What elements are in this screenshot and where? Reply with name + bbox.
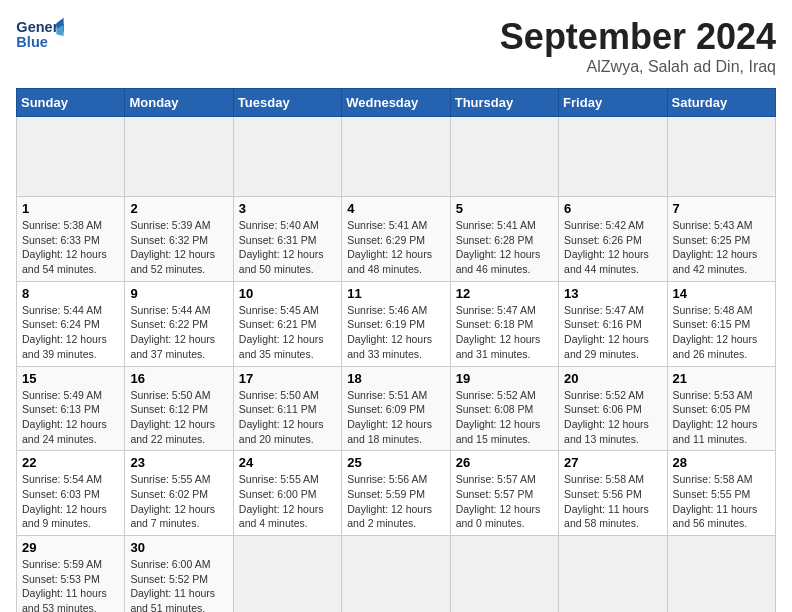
title-area: September 2024 AlZwya, Salah ad Din, Ira… — [500, 16, 776, 76]
calendar-cell: 19Sunrise: 5:52 AMSunset: 6:08 PMDayligh… — [450, 366, 558, 451]
calendar-cell — [125, 117, 233, 197]
day-info: Sunrise: 5:40 AMSunset: 6:31 PMDaylight:… — [239, 218, 336, 277]
calendar-cell: 23Sunrise: 5:55 AMSunset: 6:02 PMDayligh… — [125, 451, 233, 536]
day-number: 17 — [239, 371, 336, 386]
calendar-cell: 8Sunrise: 5:44 AMSunset: 6:24 PMDaylight… — [17, 281, 125, 366]
day-number: 10 — [239, 286, 336, 301]
col-wednesday: Wednesday — [342, 89, 450, 117]
col-thursday: Thursday — [450, 89, 558, 117]
day-info: Sunrise: 5:47 AMSunset: 6:18 PMDaylight:… — [456, 303, 553, 362]
day-number: 12 — [456, 286, 553, 301]
calendar-cell: 25Sunrise: 5:56 AMSunset: 5:59 PMDayligh… — [342, 451, 450, 536]
day-number: 5 — [456, 201, 553, 216]
day-info: Sunrise: 5:38 AMSunset: 6:33 PMDaylight:… — [22, 218, 119, 277]
day-info: Sunrise: 5:47 AMSunset: 6:16 PMDaylight:… — [564, 303, 661, 362]
page-header: General Blue September 2024 AlZwya, Sala… — [16, 16, 776, 76]
logo: General Blue — [16, 16, 68, 56]
calendar-cell: 22Sunrise: 5:54 AMSunset: 6:03 PMDayligh… — [17, 451, 125, 536]
col-monday: Monday — [125, 89, 233, 117]
day-info: Sunrise: 5:41 AMSunset: 6:29 PMDaylight:… — [347, 218, 444, 277]
day-number: 22 — [22, 455, 119, 470]
day-info: Sunrise: 5:44 AMSunset: 6:24 PMDaylight:… — [22, 303, 119, 362]
day-number: 2 — [130, 201, 227, 216]
day-info: Sunrise: 5:52 AMSunset: 6:06 PMDaylight:… — [564, 388, 661, 447]
day-number: 9 — [130, 286, 227, 301]
calendar-cell: 6Sunrise: 5:42 AMSunset: 6:26 PMDaylight… — [559, 197, 667, 282]
day-number: 8 — [22, 286, 119, 301]
day-number: 23 — [130, 455, 227, 470]
calendar-cell: 14Sunrise: 5:48 AMSunset: 6:15 PMDayligh… — [667, 281, 775, 366]
day-number: 16 — [130, 371, 227, 386]
calendar-cell — [233, 117, 341, 197]
calendar-cell — [559, 117, 667, 197]
calendar-cell: 7Sunrise: 5:43 AMSunset: 6:25 PMDaylight… — [667, 197, 775, 282]
day-info: Sunrise: 6:00 AMSunset: 5:52 PMDaylight:… — [130, 557, 227, 612]
day-number: 13 — [564, 286, 661, 301]
day-number: 1 — [22, 201, 119, 216]
day-info: Sunrise: 5:39 AMSunset: 6:32 PMDaylight:… — [130, 218, 227, 277]
calendar-cell: 26Sunrise: 5:57 AMSunset: 5:57 PMDayligh… — [450, 451, 558, 536]
calendar-cell — [559, 536, 667, 613]
day-info: Sunrise: 5:55 AMSunset: 6:00 PMDaylight:… — [239, 472, 336, 531]
calendar-cell — [342, 536, 450, 613]
calendar-cell: 30Sunrise: 6:00 AMSunset: 5:52 PMDayligh… — [125, 536, 233, 613]
day-number: 15 — [22, 371, 119, 386]
day-info: Sunrise: 5:52 AMSunset: 6:08 PMDaylight:… — [456, 388, 553, 447]
calendar-cell — [667, 536, 775, 613]
calendar-week-row: 29Sunrise: 5:59 AMSunset: 5:53 PMDayligh… — [17, 536, 776, 613]
day-info: Sunrise: 5:48 AMSunset: 6:15 PMDaylight:… — [673, 303, 770, 362]
calendar-cell: 5Sunrise: 5:41 AMSunset: 6:28 PMDaylight… — [450, 197, 558, 282]
day-info: Sunrise: 5:58 AMSunset: 5:55 PMDaylight:… — [673, 472, 770, 531]
day-info: Sunrise: 5:53 AMSunset: 6:05 PMDaylight:… — [673, 388, 770, 447]
day-info: Sunrise: 5:45 AMSunset: 6:21 PMDaylight:… — [239, 303, 336, 362]
calendar-cell — [450, 117, 558, 197]
month-title: September 2024 — [500, 16, 776, 58]
day-number: 27 — [564, 455, 661, 470]
calendar-cell: 24Sunrise: 5:55 AMSunset: 6:00 PMDayligh… — [233, 451, 341, 536]
calendar-week-row: 15Sunrise: 5:49 AMSunset: 6:13 PMDayligh… — [17, 366, 776, 451]
day-number: 14 — [673, 286, 770, 301]
calendar-week-row: 8Sunrise: 5:44 AMSunset: 6:24 PMDaylight… — [17, 281, 776, 366]
calendar-cell: 2Sunrise: 5:39 AMSunset: 6:32 PMDaylight… — [125, 197, 233, 282]
calendar-cell: 9Sunrise: 5:44 AMSunset: 6:22 PMDaylight… — [125, 281, 233, 366]
day-number: 3 — [239, 201, 336, 216]
calendar-cell — [450, 536, 558, 613]
day-number: 19 — [456, 371, 553, 386]
calendar-cell: 18Sunrise: 5:51 AMSunset: 6:09 PMDayligh… — [342, 366, 450, 451]
day-info: Sunrise: 5:51 AMSunset: 6:09 PMDaylight:… — [347, 388, 444, 447]
day-number: 30 — [130, 540, 227, 555]
day-info: Sunrise: 5:59 AMSunset: 5:53 PMDaylight:… — [22, 557, 119, 612]
calendar-cell: 17Sunrise: 5:50 AMSunset: 6:11 PMDayligh… — [233, 366, 341, 451]
day-number: 25 — [347, 455, 444, 470]
calendar-cell — [17, 117, 125, 197]
calendar-cell: 13Sunrise: 5:47 AMSunset: 6:16 PMDayligh… — [559, 281, 667, 366]
calendar-week-row: 22Sunrise: 5:54 AMSunset: 6:03 PMDayligh… — [17, 451, 776, 536]
calendar-cell: 10Sunrise: 5:45 AMSunset: 6:21 PMDayligh… — [233, 281, 341, 366]
day-number: 6 — [564, 201, 661, 216]
calendar-table: Sunday Monday Tuesday Wednesday Thursday… — [16, 88, 776, 612]
calendar-cell: 11Sunrise: 5:46 AMSunset: 6:19 PMDayligh… — [342, 281, 450, 366]
day-number: 18 — [347, 371, 444, 386]
calendar-week-row — [17, 117, 776, 197]
day-info: Sunrise: 5:56 AMSunset: 5:59 PMDaylight:… — [347, 472, 444, 531]
day-number: 24 — [239, 455, 336, 470]
day-info: Sunrise: 5:44 AMSunset: 6:22 PMDaylight:… — [130, 303, 227, 362]
calendar-cell: 15Sunrise: 5:49 AMSunset: 6:13 PMDayligh… — [17, 366, 125, 451]
col-friday: Friday — [559, 89, 667, 117]
calendar-week-row: 1Sunrise: 5:38 AMSunset: 6:33 PMDaylight… — [17, 197, 776, 282]
calendar-body: 1Sunrise: 5:38 AMSunset: 6:33 PMDaylight… — [17, 117, 776, 613]
calendar-cell: 29Sunrise: 5:59 AMSunset: 5:53 PMDayligh… — [17, 536, 125, 613]
calendar-cell: 16Sunrise: 5:50 AMSunset: 6:12 PMDayligh… — [125, 366, 233, 451]
calendar-cell: 1Sunrise: 5:38 AMSunset: 6:33 PMDaylight… — [17, 197, 125, 282]
col-tuesday: Tuesday — [233, 89, 341, 117]
day-number: 29 — [22, 540, 119, 555]
day-number: 20 — [564, 371, 661, 386]
calendar-cell: 27Sunrise: 5:58 AMSunset: 5:56 PMDayligh… — [559, 451, 667, 536]
calendar-cell — [667, 117, 775, 197]
calendar-cell — [342, 117, 450, 197]
day-info: Sunrise: 5:54 AMSunset: 6:03 PMDaylight:… — [22, 472, 119, 531]
day-number: 11 — [347, 286, 444, 301]
calendar-cell: 4Sunrise: 5:41 AMSunset: 6:29 PMDaylight… — [342, 197, 450, 282]
day-info: Sunrise: 5:50 AMSunset: 6:12 PMDaylight:… — [130, 388, 227, 447]
day-number: 21 — [673, 371, 770, 386]
